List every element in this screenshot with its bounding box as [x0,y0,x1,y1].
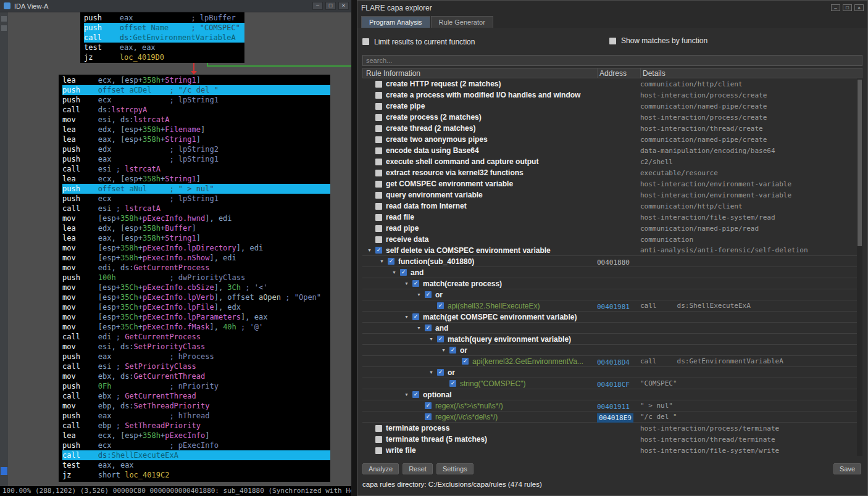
rule-row[interactable]: create a process with modified I/O handl… [362,89,862,101]
rule-checkbox[interactable] [375,203,382,210]
asm-line[interactable]: mov [esp+35Ch+pExecInfo.lpVerb], offset … [62,292,330,302]
ida-titlebar[interactable]: IDA View-A – □ × [0,0,351,12]
rule-checkbox[interactable]: ✓ [388,258,394,265]
asm-line[interactable]: test eax, eax [84,43,244,52]
rule-checkbox[interactable] [375,125,382,132]
graph-overview-icon[interactable] [1,467,7,475]
basic-block-top[interactable]: push eax ; lpBufferpush offset Name ; "C… [80,12,244,63]
rule-row[interactable]: read filehost-interaction/file-system/re… [362,212,862,223]
rule-checkbox[interactable]: ✓ [425,324,432,331]
rule-row[interactable]: ▼✓match(create process) [362,278,862,289]
asm-line[interactable]: mov esi, ds:SetPriorityClass [62,342,330,352]
toolbar-icon[interactable] [1,16,7,22]
asm-line[interactable]: mov edi, ds:GetCurrentProcess [62,263,330,273]
asm-line[interactable]: lea eax, [esp+358h+String1] [62,134,330,144]
maximize-button[interactable]: □ [843,4,852,11]
asm-line[interactable]: mov [esp+358h+pExecInfo.hwnd], edi [62,213,330,223]
asm-line[interactable]: lea edx, [esp+358h+Filename] [62,125,330,134]
rule-row[interactable]: ▼✓or [362,345,862,356]
tab-rule-generator[interactable]: Rule Generator [431,16,493,28]
asm-line[interactable]: mov [esp+35Ch+pExecInfo.lpParameters], e… [62,312,330,322]
capa-titlebar[interactable]: FLARE capa explorer – □ × [357,1,867,15]
asm-line-highlighted[interactable]: push offset aCDel ; "/c del " [62,85,330,95]
collapse-arrow-icon[interactable]: ▼ [367,248,375,252]
minimize-button[interactable]: – [831,4,840,11]
asm-line[interactable]: call esi ; lstrcatA [62,164,330,174]
rule-row[interactable]: get COMSPEC environment variablehost-int… [362,178,862,189]
rule-checkbox[interactable] [375,192,382,199]
collapse-arrow-icon[interactable]: ▼ [441,348,449,352]
asm-line-highlighted[interactable]: push offset Name ; "COMSPEC" [84,23,244,33]
rule-checkbox[interactable] [375,447,382,454]
asm-line[interactable]: test eax, eax [62,460,330,470]
rule-row[interactable]: ✓api(kernel32.GetEnvironmentVa...004018D… [362,356,862,367]
analyze-button[interactable]: Analyze [362,463,399,474]
asm-line[interactable]: lea ecx, [esp+358h+String1] [62,174,330,184]
rule-checkbox[interactable] [375,92,382,99]
rule-checkbox[interactable] [375,147,382,154]
asm-line[interactable]: call edi ; GetCurrentProcess [62,332,330,342]
asm-line[interactable]: mov [esp+35Ch+pExecInfo.lpFile], edx [62,302,330,312]
rule-checkbox[interactable]: ✓ [449,380,456,387]
collapse-arrow-icon[interactable]: ▼ [429,337,437,341]
asm-line[interactable]: call esi ; lstrcatA [62,204,330,213]
rule-row[interactable]: ✓string("COMSPEC")004018CF"COMSPEC" [362,378,862,389]
rule-checkbox[interactable] [375,159,382,165]
rule-row[interactable]: ▼✓self delete via COMSPEC environment va… [362,245,862,256]
asm-line[interactable]: call ebp ; SetThreadPriority [62,421,330,431]
rule-row[interactable]: terminate thread (5 matches)host-interac… [362,434,862,445]
collapse-arrow-icon[interactable]: ▼ [404,392,412,397]
maximize-button[interactable]: □ [325,2,336,10]
rule-checkbox[interactable] [375,136,382,143]
asm-line[interactable]: push ecx ; pExecInfo [62,440,330,450]
rule-row[interactable]: query environment variablehost-interacti… [362,189,862,200]
toolbar-icon[interactable] [1,25,7,31]
column-header-rule-information[interactable]: Rule Information [363,68,598,78]
close-button[interactable]: × [854,4,864,11]
rule-checkbox[interactable]: ✓ [425,402,432,409]
scrollbar[interactable] [857,78,862,456]
asm-line[interactable]: mov ebx, ds:GetCurrentThread [62,371,330,381]
rule-row[interactable]: write filehost-interaction/file-system/w… [362,445,862,456]
limit-results-checkbox[interactable]: Limit results to current function [362,38,475,46]
rule-checkbox[interactable]: ✓ [412,313,419,320]
rule-row[interactable]: encode data using Base64data-manipulatio… [362,145,862,156]
asm-line[interactable]: mov [esp+35Ch+pExecInfo.fMask], 40h ; '@… [62,322,330,332]
collapse-arrow-icon[interactable]: ▼ [404,281,412,286]
collapse-arrow-icon[interactable]: ▼ [417,326,425,330]
asm-line[interactable]: mov ebp, ds:SetThreadPriority [62,401,330,411]
rule-row[interactable]: ✓regex(/\/c\s*del\s*/)004018E9"/c del " [362,411,862,423]
rule-checkbox[interactable] [375,225,382,232]
minimize-button[interactable]: – [312,2,323,10]
asm-line[interactable]: jz loc_4019D0 [84,52,244,62]
rule-row[interactable]: create pipecommunication/named-pipe/crea… [362,101,862,112]
checkbox-icon[interactable] [362,38,369,45]
collapse-arrow-icon[interactable]: ▼ [380,259,388,263]
asm-line[interactable]: lea ecx, [esp+358h+String1] [62,75,330,85]
basic-block-main[interactable]: lea ecx, [esp+358h+String1]push offset a… [59,75,330,482]
rule-row[interactable]: ✓regex(/\s*>\s*nul\s*/)00401911" > nul" [362,400,862,411]
save-button[interactable]: Save [833,463,861,474]
asm-line-highlighted[interactable]: push offset aNul ; " > nul" [62,184,330,194]
rule-checkbox[interactable]: ✓ [400,269,407,276]
reset-button[interactable]: Reset [403,463,433,474]
asm-line[interactable]: mov [esp+358h+pExecInfo.lpDirectory], ed… [62,243,330,253]
rule-row[interactable]: ▼✓or [362,367,862,378]
rule-checkbox[interactable]: ✓ [437,302,444,309]
rule-row[interactable]: ▼✓match(query environment variable) [362,334,862,345]
rule-checkbox[interactable]: ✓ [425,291,432,298]
graph-view-canvas[interactable]: push eax ; lpBufferpush offset Name ; "C… [8,12,351,486]
rule-checkbox[interactable]: ✓ [412,391,419,398]
rule-checkbox[interactable] [375,425,382,432]
asm-line[interactable]: push 0Fh ; nPriority [62,381,330,391]
rule-checkbox[interactable] [375,214,382,221]
rule-checkbox[interactable] [375,170,382,176]
rule-checkbox[interactable] [375,114,382,121]
asm-line[interactable]: push eax ; lpBuffer [84,13,244,23]
column-header-details[interactable]: Details [641,68,862,78]
rule-row[interactable]: ✓api(shell32.ShellExecuteEx)00401981call… [362,300,862,312]
rule-checkbox[interactable]: ✓ [425,413,432,420]
rule-checkbox[interactable]: ✓ [449,347,456,353]
rule-checkbox[interactable] [375,81,382,88]
asm-line[interactable]: call esi ; SetPriorityClass [62,362,330,371]
